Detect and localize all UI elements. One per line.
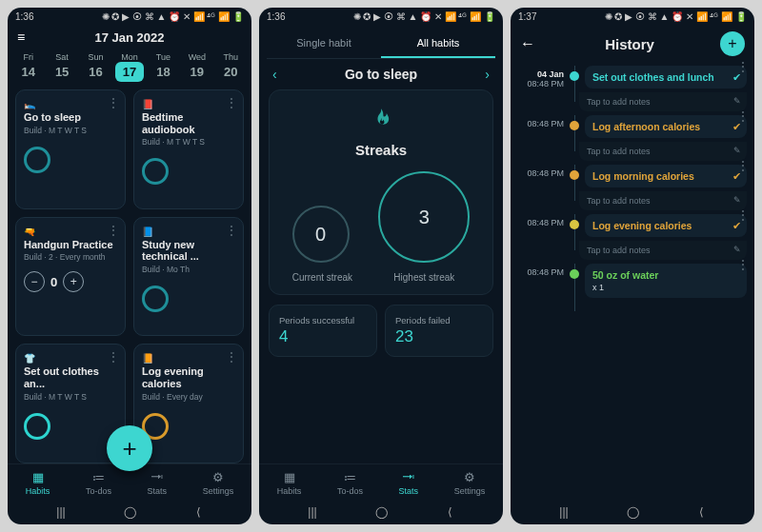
- nav-habits[interactable]: ▦Habits: [277, 470, 302, 496]
- habit-title: Handgun Practice: [24, 239, 117, 251]
- day-16[interactable]: Sun16: [82, 52, 110, 82]
- recents-button[interactable]: |||: [550, 505, 578, 519]
- clock: 1:36: [15, 11, 33, 22]
- home-button[interactable]: ◯: [618, 505, 647, 519]
- status-icons: ✺ ✪ ▶ ⦿ ⌘ ▲ ⏰ ✕ 📶 ⁴ᴳ 📶 🔋: [353, 11, 495, 22]
- day-18[interactable]: Tue18: [149, 52, 177, 82]
- nav-label: Habits: [277, 486, 302, 496]
- timeline-dot: [570, 220, 579, 229]
- edit-icon: ✎: [733, 96, 741, 106]
- habit-title: Study new technical ...: [142, 239, 235, 263]
- increment-button[interactable]: +: [63, 271, 84, 292]
- streaks-card: Streaks 0 Current streak 3 Highest strea…: [269, 89, 493, 295]
- history-item: 08:48 PM⋮Log evening calories✔: [514, 214, 751, 239]
- habit-emoji: 👕: [24, 353, 35, 364]
- add-habit-fab[interactable]: +: [107, 425, 152, 471]
- habit-subtitle: Build · M T W T S: [24, 392, 117, 402]
- history-card[interactable]: ⋮Set out clothes and lunch✔: [585, 66, 747, 89]
- nav-stats[interactable]: ⭲Stats: [148, 470, 168, 496]
- history-card[interactable]: ⋮Log afternoon calories✔: [585, 115, 747, 138]
- tab-all-habits[interactable]: All habits: [381, 30, 495, 58]
- day-14[interactable]: Fri14: [14, 52, 43, 82]
- habit-card[interactable]: ⋮🔫Handgun PracticeBuild · 2 · Every mont…: [15, 217, 126, 337]
- highest-streak-circle: 3: [378, 171, 470, 263]
- progress-ring[interactable]: [142, 158, 169, 185]
- menu-icon[interactable]: ≡: [17, 30, 32, 45]
- prev-habit-icon[interactable]: ‹: [272, 67, 277, 82]
- decrement-button[interactable]: −: [24, 271, 45, 292]
- day-15[interactable]: Sat15: [48, 52, 76, 82]
- history-item: 08:48 PM⋮Log afternoon calories✔: [514, 115, 751, 140]
- more-icon[interactable]: ⋮: [226, 96, 237, 109]
- more-icon[interactable]: ⋮: [737, 159, 749, 172]
- habit-subtitle: Build · Every day: [142, 392, 235, 402]
- habit-subtitle: Build · M T W T S: [142, 137, 235, 147]
- tab-single-habit[interactable]: Single habit: [267, 30, 381, 58]
- history-card[interactable]: ⋮Log evening calories✔: [585, 214, 747, 237]
- habit-subtitle: Build · Mo Th: [142, 265, 235, 274]
- history-time: 08:48 PM: [514, 115, 564, 140]
- clock: 1:36: [267, 11, 285, 22]
- more-icon[interactable]: ⋮: [226, 350, 237, 364]
- back-button[interactable]: ⟨: [435, 505, 464, 519]
- history-item: 04 Jan08:48 PM⋮Set out clothes and lunch…: [514, 66, 751, 90]
- recents-button[interactable]: |||: [298, 505, 327, 519]
- nav-icon: ⭲: [150, 470, 163, 484]
- history-card[interactable]: ⋮Log morning calories✔: [585, 165, 747, 187]
- habit-emoji: 📘: [142, 227, 153, 237]
- nav-to-dos[interactable]: ≔To-dos: [337, 470, 363, 496]
- nav-icon: ▦: [32, 470, 44, 484]
- habit-card[interactable]: ⋮🛌Go to sleepBuild · M T W T S: [15, 89, 126, 209]
- history-card[interactable]: ⋮50 oz of waterx 1: [585, 264, 747, 298]
- day-19[interactable]: Wed19: [183, 52, 211, 82]
- habit-subtitle: Build · 2 · Every month: [24, 252, 117, 262]
- add-entry-button[interactable]: +: [720, 31, 745, 56]
- nav-icon: ≔: [92, 470, 105, 484]
- more-icon[interactable]: ⋮: [737, 208, 749, 222]
- nav-label: Settings: [454, 486, 486, 496]
- more-icon[interactable]: ⋮: [737, 109, 749, 123]
- recents-button[interactable]: |||: [47, 505, 75, 519]
- history-title: Log evening calories: [592, 220, 724, 231]
- more-icon[interactable]: ⋮: [737, 62, 749, 73]
- progress-ring[interactable]: [142, 286, 169, 312]
- day-20[interactable]: Thu20: [216, 52, 245, 82]
- history-title: 50 oz of water: [592, 269, 724, 281]
- current-streak-circle: 0: [292, 206, 350, 263]
- more-icon[interactable]: ⋮: [108, 96, 119, 109]
- habit-card[interactable]: ⋮📘Study new technical ...Build · Mo Th: [133, 217, 244, 337]
- nav-to-dos[interactable]: ≔To-dos: [86, 470, 111, 496]
- more-icon[interactable]: ⋮: [737, 258, 749, 271]
- next-habit-icon[interactable]: ›: [485, 67, 490, 82]
- habit-card[interactable]: ⋮📕Bedtime audiobookBuild · M T W T S: [133, 89, 244, 209]
- more-icon[interactable]: ⋮: [108, 350, 119, 364]
- habit-grid: ⋮🛌Go to sleepBuild · M T W T S⋮📕Bedtime …: [8, 89, 251, 463]
- nav-settings[interactable]: ⚙Settings: [203, 470, 234, 496]
- more-icon[interactable]: ⋮: [108, 224, 119, 237]
- nav-settings[interactable]: ⚙Settings: [454, 470, 486, 496]
- edit-icon: ✎: [733, 195, 741, 205]
- back-icon[interactable]: ←: [520, 35, 539, 52]
- stats-tabs: Single habitAll habits: [267, 30, 495, 59]
- add-notes-row[interactable]: Tap to add notes✎: [579, 191, 747, 210]
- habit-emoji: 📙: [142, 353, 153, 364]
- back-button[interactable]: ⟨: [687, 505, 715, 519]
- nav-habits[interactable]: ▦Habits: [26, 470, 50, 496]
- day-17[interactable]: Mon17: [115, 52, 144, 82]
- more-icon[interactable]: ⋮: [226, 224, 237, 237]
- home-button[interactable]: ◯: [367, 505, 395, 519]
- system-nav: ||| ◯ ⟨: [8, 500, 251, 524]
- add-notes-row[interactable]: Tap to add notes✎: [579, 92, 747, 111]
- nav-label: Stats: [148, 486, 168, 496]
- periods-successful-label: Periods successful: [279, 315, 367, 325]
- progress-ring[interactable]: [24, 147, 50, 173]
- highest-streak-label: Highest streak: [378, 272, 470, 283]
- add-notes-row[interactable]: Tap to add notes✎: [579, 142, 747, 161]
- nav-stats[interactable]: ⭲Stats: [399, 470, 419, 496]
- history-item: 08:48 PM⋮50 oz of waterx 1: [514, 264, 751, 300]
- week-selector: Fri14Sat15Sun16Mon17Tue18Wed19Thu20: [8, 50, 251, 89]
- add-notes-row[interactable]: Tap to add notes✎: [579, 241, 747, 260]
- home-button[interactable]: ◯: [115, 505, 144, 519]
- progress-ring[interactable]: [24, 413, 50, 440]
- back-button[interactable]: ⟨: [184, 505, 212, 519]
